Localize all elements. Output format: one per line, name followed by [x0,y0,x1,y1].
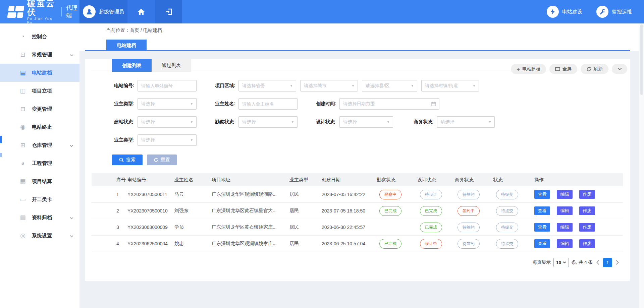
province-select[interactable]: 请选择省份 ▼ [238,80,296,91]
search-icon [119,158,124,162]
caret-down-icon: ▼ [290,84,293,87]
sidebar-item-type2-card[interactable]: ▭ 开二类卡 [0,190,79,208]
status-badge: 已完成 [379,206,401,216]
county-select[interactable]: 请选择县/区 ▼ [362,80,417,91]
sidebar-item-console[interactable]: ◔ 控制台 [0,27,79,46]
sidebar-item-label: 工程管理 [32,160,52,167]
sidebar-item-label: 变更管理 [32,106,52,112]
col-code: 电站编号 [127,177,174,183]
prev-page-button[interactable] [596,260,599,265]
sidebar-item-system-settings[interactable]: ◎ 系统设置 [0,227,79,245]
void-button[interactable]: 作废 [579,190,595,199]
content-card: 创建列表 通过列表 + 电站建档 全屏 刷新 [85,59,630,281]
page-body: 创建列表 通过列表 + 电站建档 全屏 刷新 [79,51,644,308]
sidebar-item-project-initiation[interactable]: ◫ 项目立项 [0,82,79,100]
col-business: 商务状态 [455,177,493,183]
business-status-select[interactable]: 请选择 ▼ [437,116,495,128]
build-status-select[interactable]: 请选择 ▼ [138,116,197,128]
status-badge: 待提交 [496,223,518,232]
collapse-toolbar-button[interactable] [612,64,627,74]
refresh-button[interactable]: 刷新 [581,64,608,74]
col-created: 创建日期 [322,177,377,183]
chevron-right-icon [616,260,619,265]
owner-name-input[interactable] [238,98,298,110]
chevron-down-icon [618,68,622,70]
design-status-select[interactable]: 请选择 ▼ [339,116,393,128]
next-page-button[interactable] [616,260,619,265]
logout-button[interactable] [155,0,182,23]
caret-down-icon: ▼ [352,84,355,87]
archive-icon: ▤ [19,214,27,221]
view-button[interactable]: 查看 [534,239,550,248]
sidebar-item-station-termination[interactable]: ◉ 电站终止 [0,118,79,136]
void-button[interactable]: 作废 [579,223,595,232]
portal-label: 代理端 [66,4,79,19]
scrollbar-thumb[interactable] [640,24,643,95]
sidebar-item-label: 开二类卡 [32,196,52,203]
nav-monitor-ops[interactable]: 监控运维 [596,6,632,18]
page-tab-station-archive[interactable]: 电站建档 [106,40,147,51]
filter-row-2: 业主类型: 请选择 ▼ 业主姓名: 创建时间: 请选择日期范围 [112,98,630,110]
nav-monitor-ops-label: 监控运维 [612,9,632,15]
total-count-label: 条, 共 4 条 [572,259,593,265]
date-range-picker[interactable]: 请选择日期范围 [339,98,439,110]
sidebar-scroll-thumb[interactable] [0,136,2,143]
city-select[interactable]: 请选择城市 ▼ [300,80,358,91]
edit-button[interactable]: 编辑 [557,239,573,248]
add-station-button[interactable]: + 电站建档 [511,64,546,74]
toolbar-buttons: + 电站建档 全屏 刷新 [511,64,627,74]
caret-down-icon: ▼ [190,138,193,142]
logo-subtitle: Po Jian Yun Fu [27,17,56,24]
reset-icon [154,158,158,162]
sidebar-item-change-mgmt[interactable]: ⊟ 变更管理 [0,100,79,118]
sidebar-item-engineering-mgmt[interactable]: ◕ 工程管理 [0,154,79,172]
fullscreen-button[interactable]: 全屏 [549,64,577,74]
per-page-select[interactable]: 10 [553,258,569,267]
home-icon [137,8,145,15]
sidebar-scroll-thumb-secondary [0,153,2,157]
chevron-left-icon [596,260,599,265]
caret-down-icon [563,261,566,263]
view-button[interactable]: 查看 [534,223,550,232]
void-button[interactable]: 作废 [579,239,595,248]
tab-create-list[interactable]: 创建列表 [112,59,152,72]
page-scrollbar[interactable] [639,23,644,308]
sidebar-item-general-mgmt[interactable]: ⊡ 常规管理 [0,46,79,64]
edit-button[interactable]: 编辑 [557,206,573,215]
refresh-icon [586,67,591,72]
sidebar: ◔ 控制台 ⊡ 常规管理 ▤ 电站建档 ◫ 项目立项 ⊟ 变更管理 ◉ 电站终止… [0,23,79,308]
tab-passed-list[interactable]: 通过列表 [152,59,191,72]
page-number-current[interactable]: 1 [603,258,612,267]
business-status-label: 商务状态: [412,119,434,125]
sidebar-item-station-archive[interactable]: ▤ 电站建档 [0,64,79,82]
table-row: 4 YX2023062500004 姚忠 广东深圳龙华区观澜镇姚家庄... 居民… [92,236,623,252]
owner-type2-select[interactable]: 请选择 ▼ [138,134,197,146]
search-button[interactable]: 搜索 [112,155,143,165]
void-button[interactable]: 作废 [579,206,595,215]
reset-button[interactable]: 重置 [147,155,177,165]
status-badge: 待设计 [420,190,442,199]
town-select[interactable]: 请选择村镇/街道 ▼ [421,80,479,91]
nav-station-build-label: 电站建设 [562,9,582,15]
view-button[interactable]: 查看 [534,190,550,199]
survey-status-select[interactable]: 请选择 ▼ [238,116,298,128]
sidebar-item-warehouse-mgmt[interactable]: ⊞ 仓库管理 [0,136,79,154]
home-button[interactable] [127,0,155,23]
logo-icon [7,5,24,18]
status-badge: 待签约 [458,239,480,249]
station-code-input[interactable] [138,80,197,91]
user-menu[interactable]: 超级管理员 [79,0,127,23]
sidebar-item-project-settlement[interactable]: ▦ 项目结算 [0,172,79,190]
edit-button[interactable]: 编辑 [557,223,573,232]
chevron-down-icon [70,215,73,221]
sidebar-item-label: 电站建档 [32,70,52,76]
sidebar-item-data-archive[interactable]: ▤ 资料归档 [0,208,79,227]
edit-button[interactable]: 编辑 [557,190,573,199]
calendar-icon [431,102,436,106]
view-button[interactable]: 查看 [534,206,550,215]
owner-type-select[interactable]: 请选择 ▼ [138,98,197,110]
plus-icon: + [517,66,520,72]
nav-station-build[interactable]: 电站建设 [547,6,582,18]
caret-down-icon: ▼ [473,84,476,87]
col-owner: 业主姓名 [174,177,212,183]
